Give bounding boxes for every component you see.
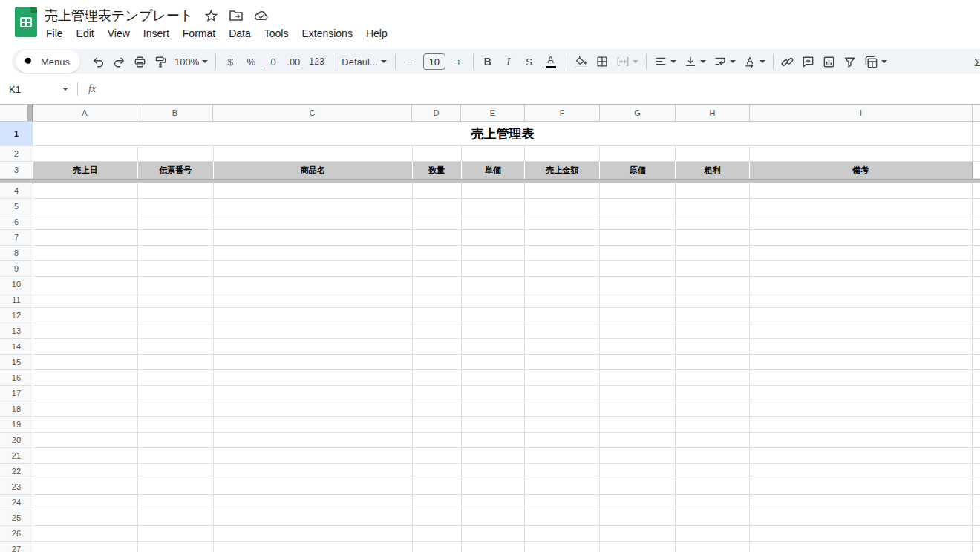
cell-F23[interactable] bbox=[525, 479, 600, 495]
cell-partial[interactable] bbox=[973, 261, 980, 277]
cell-A13[interactable] bbox=[33, 323, 138, 339]
cell-E10[interactable] bbox=[462, 277, 526, 292]
cell-E27[interactable] bbox=[462, 542, 526, 552]
text-wrapping-button[interactable] bbox=[710, 52, 739, 71]
cell-I21[interactable] bbox=[750, 448, 973, 464]
column-header-C[interactable]: C bbox=[213, 105, 412, 122]
cell-G18[interactable] bbox=[600, 401, 676, 417]
cell-C2[interactable] bbox=[214, 146, 413, 162]
cell-partial[interactable] bbox=[973, 448, 980, 464]
cell-A5[interactable] bbox=[33, 199, 138, 214]
cell-F17[interactable] bbox=[525, 386, 600, 401]
cell-partial[interactable] bbox=[973, 122, 980, 146]
format-percent-button[interactable]: % bbox=[241, 52, 261, 71]
cell-F22[interactable] bbox=[525, 464, 600, 479]
cell-E8[interactable] bbox=[462, 246, 526, 261]
cell-B4[interactable] bbox=[138, 183, 214, 199]
fill-color-button[interactable] bbox=[570, 52, 592, 71]
star-icon[interactable] bbox=[203, 8, 218, 23]
cell-H14[interactable] bbox=[676, 339, 750, 355]
cell-E19[interactable] bbox=[462, 417, 526, 433]
cell-G4[interactable] bbox=[600, 183, 676, 199]
cell-A2[interactable] bbox=[33, 146, 138, 162]
cell-partial[interactable] bbox=[973, 386, 980, 401]
cell-I25[interactable] bbox=[750, 510, 973, 526]
cell-partial[interactable] bbox=[973, 417, 980, 433]
cell-H9[interactable] bbox=[676, 261, 750, 277]
row-header-8[interactable]: 8 bbox=[0, 246, 33, 261]
cell-B24[interactable] bbox=[138, 495, 214, 510]
cell-E3[interactable]: 単価 bbox=[462, 162, 526, 179]
text-rotation-button[interactable] bbox=[739, 52, 769, 71]
cell-I13[interactable] bbox=[750, 323, 973, 339]
cell-I3[interactable]: 備考 bbox=[750, 162, 973, 179]
cell-I10[interactable] bbox=[750, 277, 973, 292]
cell-C21[interactable] bbox=[214, 448, 413, 464]
cell-H21[interactable] bbox=[676, 448, 750, 464]
cell-D3[interactable]: 数量 bbox=[413, 162, 462, 179]
cell-A24[interactable] bbox=[33, 495, 138, 510]
cell-H8[interactable] bbox=[676, 246, 750, 261]
cell-A18[interactable] bbox=[33, 401, 138, 417]
cell-E24[interactable] bbox=[462, 495, 526, 510]
cell-I22[interactable] bbox=[750, 464, 973, 479]
cell-partial[interactable] bbox=[973, 542, 980, 552]
cell-B7[interactable] bbox=[138, 230, 214, 246]
cell-G11[interactable] bbox=[600, 292, 676, 308]
bold-button[interactable]: B bbox=[477, 52, 498, 71]
cell-I16[interactable] bbox=[750, 370, 973, 386]
cell-F3[interactable]: 売上金額 bbox=[525, 162, 600, 179]
cell-partial[interactable] bbox=[973, 479, 980, 495]
cell-G20[interactable] bbox=[600, 433, 676, 448]
create-filter-button[interactable] bbox=[840, 52, 860, 71]
cell-F24[interactable] bbox=[525, 495, 600, 510]
cell-I7[interactable] bbox=[750, 230, 973, 246]
cell-D8[interactable] bbox=[413, 246, 462, 261]
cell-G12[interactable] bbox=[600, 308, 676, 323]
cell-H2[interactable] bbox=[676, 146, 750, 162]
cell-F26[interactable] bbox=[525, 526, 600, 542]
italic-button[interactable]: I bbox=[498, 52, 519, 71]
menu-item-tools[interactable]: Tools bbox=[258, 26, 295, 41]
cell-D15[interactable] bbox=[413, 355, 462, 370]
cell-D24[interactable] bbox=[413, 495, 462, 510]
cell-E25[interactable] bbox=[462, 510, 526, 526]
menu-item-file[interactable]: File bbox=[39, 26, 70, 41]
column-header-D[interactable]: D bbox=[412, 105, 461, 122]
cell-E26[interactable] bbox=[462, 526, 526, 542]
table-views-button[interactable] bbox=[860, 52, 891, 71]
cell-C22[interactable] bbox=[214, 464, 413, 479]
cell-A26[interactable] bbox=[33, 526, 138, 542]
cell-E16[interactable] bbox=[462, 370, 526, 386]
format-currency-button[interactable]: $ bbox=[220, 52, 241, 71]
cell-B2[interactable] bbox=[138, 146, 214, 162]
cell-C25[interactable] bbox=[214, 510, 413, 526]
cell-B25[interactable] bbox=[138, 510, 214, 526]
cell-C27[interactable] bbox=[214, 542, 413, 552]
row-header-20[interactable]: 20 bbox=[0, 433, 33, 448]
font-family-select[interactable]: Defaul... bbox=[337, 52, 391, 71]
cell-partial[interactable] bbox=[973, 339, 980, 355]
cell-C19[interactable] bbox=[214, 417, 413, 433]
cell-A15[interactable] bbox=[33, 355, 138, 370]
cell-H15[interactable] bbox=[676, 355, 750, 370]
cell-C5[interactable] bbox=[214, 199, 413, 214]
cell-C3[interactable]: 商品名 bbox=[214, 162, 413, 179]
cell-B15[interactable] bbox=[138, 355, 214, 370]
row-header-10[interactable]: 10 bbox=[0, 277, 33, 292]
cell-F20[interactable] bbox=[525, 433, 600, 448]
cell-I19[interactable] bbox=[750, 417, 973, 433]
cell-A8[interactable] bbox=[33, 246, 138, 261]
cell-A16[interactable] bbox=[33, 370, 138, 386]
menu-item-edit[interactable]: Edit bbox=[70, 26, 101, 41]
cell-G22[interactable] bbox=[600, 464, 676, 479]
strikethrough-button[interactable]: S bbox=[519, 52, 540, 71]
cell-G19[interactable] bbox=[600, 417, 676, 433]
cell-E20[interactable] bbox=[462, 433, 526, 448]
row-header-14[interactable]: 14 bbox=[0, 339, 33, 355]
cell-B17[interactable] bbox=[138, 386, 214, 401]
cell-D4[interactable] bbox=[413, 183, 462, 199]
cell-partial[interactable] bbox=[973, 230, 980, 246]
document-title[interactable]: 売上管理表テンプレート bbox=[45, 7, 193, 24]
cell-A14[interactable] bbox=[33, 339, 138, 355]
